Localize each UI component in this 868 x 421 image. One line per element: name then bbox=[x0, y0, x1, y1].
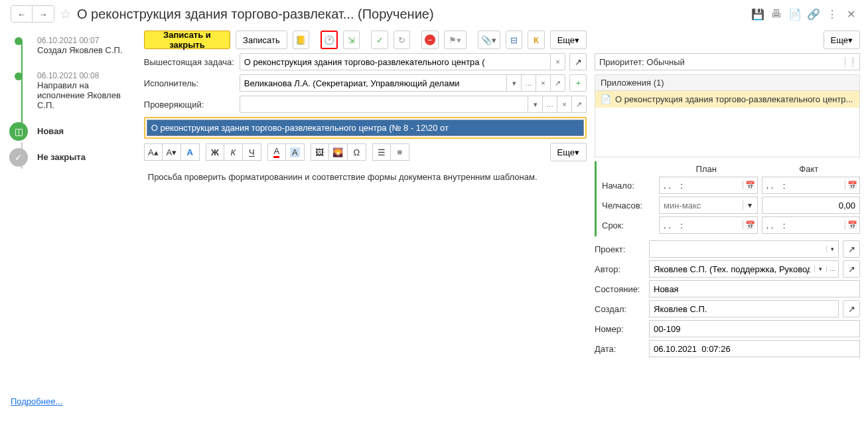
hours-plan-input[interactable] bbox=[660, 199, 743, 212]
bg-color-button[interactable]: А bbox=[286, 143, 305, 161]
executor-input-group: ▾ … × ↗ bbox=[240, 74, 565, 92]
more-icon[interactable]: … bbox=[826, 266, 838, 272]
insert-symbol-button[interactable]: Ω bbox=[348, 143, 366, 161]
creator-input[interactable] bbox=[650, 303, 838, 315]
insert-picture-button[interactable]: 🌄 bbox=[329, 143, 348, 161]
number-label: Номер: bbox=[595, 324, 645, 334]
tree-button[interactable]: ⊟ bbox=[506, 31, 523, 49]
date-input[interactable] bbox=[650, 343, 859, 355]
italic-button[interactable]: К bbox=[224, 143, 243, 161]
timeline-item: 06.10.2021 00:08 Направил на исполнение … bbox=[37, 71, 131, 110]
back-button[interactable]: ← bbox=[11, 6, 33, 22]
open-creator-button[interactable]: ↗ bbox=[843, 300, 860, 317]
timeline-status-open: ✓ Не закрыта bbox=[37, 152, 131, 162]
due-plan-input[interactable] bbox=[660, 219, 743, 232]
project-label: Проект: bbox=[595, 244, 645, 254]
checker-dropdown[interactable]: ▾ bbox=[528, 96, 542, 112]
nav-buttons: ← → bbox=[11, 5, 54, 23]
state-input[interactable] bbox=[650, 283, 859, 295]
contacts-button[interactable]: 📒 bbox=[293, 31, 310, 49]
report-icon[interactable]: 📄 bbox=[788, 7, 802, 21]
number-list-button[interactable]: ≡ bbox=[391, 143, 409, 161]
link-icon[interactable]: 🔗 bbox=[807, 7, 820, 21]
checker-label: Проверяющий: bbox=[144, 100, 236, 110]
timeline-dot-icon bbox=[15, 37, 23, 45]
calendar-icon[interactable]: 📅 bbox=[845, 181, 859, 190]
executor-open[interactable]: ↗ bbox=[550, 75, 565, 91]
open-author-button[interactable]: ↗ bbox=[843, 260, 860, 278]
more-menu-icon[interactable]: ⋮ bbox=[826, 7, 839, 21]
attach-button[interactable]: 📎▾ bbox=[478, 31, 500, 49]
save-icon[interactable]: 💾 bbox=[751, 7, 764, 21]
author-label: Автор: bbox=[595, 264, 645, 274]
page-title: О реконструкция здания торгово-развлекат… bbox=[77, 7, 746, 22]
author-input[interactable] bbox=[650, 263, 814, 276]
export-button[interactable]: ⇲ bbox=[343, 31, 360, 49]
bold-button[interactable]: Ж bbox=[206, 143, 224, 161]
font-increase-button[interactable]: A▴ bbox=[144, 143, 163, 161]
reject-button[interactable]: − bbox=[421, 31, 439, 49]
status-open-icon: ✓ bbox=[9, 148, 28, 167]
parent-task-input[interactable] bbox=[240, 54, 550, 70]
editor-body[interactable]: Просьба проверить форматированиин и соот… bbox=[144, 165, 587, 417]
executor-input[interactable] bbox=[240, 75, 506, 91]
calendar-icon[interactable]: 📅 bbox=[743, 220, 757, 230]
hours-label: Челчасов: bbox=[602, 201, 655, 210]
fact-column-header: Факт bbox=[758, 161, 861, 177]
more-link[interactable]: Подробнее... bbox=[11, 391, 131, 412]
executor-clear[interactable]: × bbox=[536, 75, 550, 91]
add-executor-button[interactable]: ＋ bbox=[569, 74, 587, 92]
dropdown-icon[interactable]: ▾ bbox=[826, 246, 838, 252]
timeline-dot-icon bbox=[15, 72, 23, 80]
project-input[interactable] bbox=[650, 243, 826, 256]
font-color-button[interactable]: А bbox=[267, 143, 286, 161]
subject-input[interactable] bbox=[147, 120, 584, 136]
attachments-body: 📄 О реконструкция здания торгово-развлек… bbox=[595, 91, 860, 157]
more-button-right[interactable]: Еще ▾ bbox=[824, 31, 860, 49]
refresh-button[interactable]: ↻ bbox=[394, 31, 411, 49]
due-fact-input[interactable] bbox=[762, 219, 845, 232]
open-parent-button[interactable]: ↗ bbox=[569, 53, 587, 70]
calendar-icon[interactable]: 📅 bbox=[743, 181, 757, 190]
checker-open[interactable]: ↗ bbox=[571, 96, 586, 112]
save-button[interactable]: Записать bbox=[236, 31, 287, 49]
checker-clear[interactable]: × bbox=[557, 96, 571, 112]
attachments-header: Приложения (1) bbox=[595, 74, 860, 91]
number-input[interactable] bbox=[650, 323, 859, 335]
save-and-close-button[interactable]: Записать и закрыть bbox=[144, 31, 230, 49]
favorite-star-icon[interactable]: ☆ bbox=[60, 6, 72, 22]
more-button[interactable]: Еще ▾ bbox=[550, 31, 587, 49]
editor-more-button[interactable]: Еще ▾ bbox=[550, 143, 587, 161]
document-icon: 📄 bbox=[601, 94, 611, 104]
insert-image-button[interactable]: 🖼 bbox=[311, 143, 329, 161]
print-icon[interactable]: 🖶 bbox=[770, 7, 783, 21]
timeline-item: 06.10.2021 00:07 Создал Яковлев С.П. bbox=[37, 36, 131, 55]
executor-more[interactable]: … bbox=[521, 75, 536, 91]
start-fact-input[interactable] bbox=[762, 179, 845, 192]
due-label: Срок: bbox=[602, 220, 655, 230]
underline-button[interactable]: Ч bbox=[243, 143, 261, 161]
flag-button[interactable]: ⚑▾ bbox=[444, 31, 467, 49]
checker-input[interactable] bbox=[240, 96, 528, 112]
priority-flag-icon[interactable]: ❕ bbox=[845, 57, 859, 67]
executor-dropdown[interactable]: ▾ bbox=[506, 75, 521, 91]
state-label: Состояние: bbox=[595, 284, 645, 294]
bullet-list-button[interactable]: ☰ bbox=[372, 143, 391, 161]
attachment-item[interactable]: 📄 О реконструкция здания торгово-развлек… bbox=[595, 91, 859, 108]
start-plan-input[interactable] bbox=[660, 179, 743, 192]
close-icon[interactable]: ✕ bbox=[844, 7, 857, 21]
dropdown-icon[interactable]: ▾ bbox=[814, 266, 826, 272]
font-style-button[interactable]: A bbox=[181, 143, 200, 161]
forward-button[interactable]: → bbox=[33, 6, 54, 22]
dropdown-icon[interactable]: ▾ bbox=[743, 201, 757, 210]
checker-more[interactable]: … bbox=[542, 96, 557, 112]
k-button[interactable]: К bbox=[528, 31, 545, 49]
clear-button[interactable]: × bbox=[550, 54, 565, 70]
clock-button[interactable]: 🕐 bbox=[321, 31, 338, 49]
open-project-button[interactable]: ↗ bbox=[843, 240, 860, 258]
font-decrease-button[interactable]: A▾ bbox=[163, 143, 181, 161]
subject-box bbox=[144, 117, 587, 139]
calendar-icon[interactable]: 📅 bbox=[845, 220, 859, 230]
accept-button[interactable]: ✓ bbox=[371, 31, 388, 49]
hours-fact-input[interactable] bbox=[762, 199, 860, 212]
